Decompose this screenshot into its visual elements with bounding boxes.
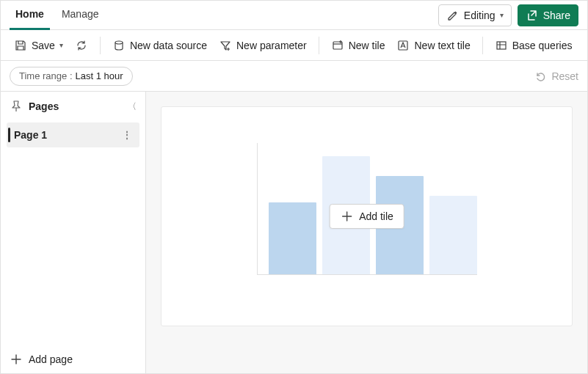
plus-icon — [10, 353, 23, 366]
new-parameter-label: New parameter — [236, 40, 307, 51]
pencil-icon — [446, 9, 460, 22]
new-tile-button[interactable]: New tile — [327, 36, 390, 55]
time-range-pill[interactable]: Time range : Last 1 hour — [10, 67, 133, 86]
editing-label: Editing — [464, 10, 496, 21]
page-item-more-button[interactable]: ⋮ — [119, 128, 135, 142]
pages-sidebar: Pages 〈 Page 1 ⋮ Add page — [1, 92, 146, 373]
ghost-axis-x — [257, 274, 477, 275]
tab-row: Home Manage Editing ▾ Share — [1, 1, 587, 30]
filter-icon — [219, 39, 232, 52]
reset-label: Reset — [551, 70, 578, 82]
page-item-label: Page 1 — [14, 129, 47, 141]
reset-button[interactable]: Reset — [534, 70, 578, 83]
ghost-bar — [269, 202, 316, 274]
database-icon — [112, 39, 126, 52]
content: Pages 〈 Page 1 ⋮ Add page — [1, 92, 587, 373]
dashboard-canvas[interactable]: Add tile — [161, 106, 573, 326]
tile-icon — [331, 39, 344, 52]
save-label: Save — [32, 40, 55, 51]
share-button[interactable]: Share — [518, 4, 578, 26]
ghost-bar — [429, 196, 477, 274]
refresh-button[interactable] — [70, 36, 92, 55]
pages-header: Pages 〈 — [1, 92, 145, 121]
editing-button[interactable]: Editing ▾ — [438, 4, 512, 26]
separator — [482, 37, 483, 54]
base-queries-label: Base queries — [512, 40, 573, 51]
share-icon — [526, 9, 539, 22]
page-item[interactable]: Page 1 ⋮ — [7, 122, 139, 147]
svg-rect-3 — [497, 42, 506, 49]
new-data-source-label: New data source — [130, 40, 207, 51]
chevron-down-icon: ▾ — [59, 41, 63, 49]
time-range-value: Last 1 hour — [76, 70, 123, 81]
svg-point-0 — [115, 41, 123, 44]
filter-row: Time range : Last 1 hour Reset — [1, 61, 587, 92]
new-text-tile-button[interactable]: New text tile — [392, 36, 474, 55]
chevron-down-icon: ▾ — [500, 11, 504, 19]
add-tile-button[interactable]: Add tile — [329, 204, 404, 229]
pin-icon — [10, 100, 23, 113]
base-queries-button[interactable]: Base queries — [490, 36, 577, 55]
canvas-area: Add tile — [146, 92, 587, 373]
share-label: Share — [543, 10, 570, 21]
undo-icon — [534, 70, 547, 83]
new-tile-label: New tile — [349, 40, 385, 51]
separator — [100, 37, 101, 54]
plus-icon — [340, 210, 353, 223]
pages-title: Pages — [29, 100, 122, 112]
new-data-source-button[interactable]: New data source — [108, 36, 211, 55]
time-range-prefix: Time range : — [19, 70, 73, 81]
table-icon — [495, 39, 508, 52]
new-parameter-button[interactable]: New parameter — [214, 36, 311, 55]
tab-manage[interactable]: Manage — [56, 1, 105, 30]
add-tile-label: Add tile — [359, 210, 393, 222]
add-page-label: Add page — [29, 353, 73, 365]
save-icon — [14, 39, 27, 52]
collapse-sidebar-button[interactable]: 〈 — [128, 100, 137, 113]
separator — [319, 37, 319, 54]
new-text-tile-label: New text tile — [414, 40, 470, 51]
save-button[interactable]: Save ▾ — [10, 36, 68, 55]
app-root: Home Manage Editing ▾ Share Save ▾ — [0, 0, 588, 374]
add-page-button[interactable]: Add page — [1, 344, 145, 373]
ghost-axis-y — [257, 143, 258, 275]
tab-home[interactable]: Home — [10, 1, 50, 30]
sidebar-spacer — [1, 149, 145, 344]
text-tile-icon — [396, 39, 410, 52]
toolbar: Save ▾ New data source New parameter — [1, 30, 587, 61]
refresh-icon — [75, 39, 88, 52]
